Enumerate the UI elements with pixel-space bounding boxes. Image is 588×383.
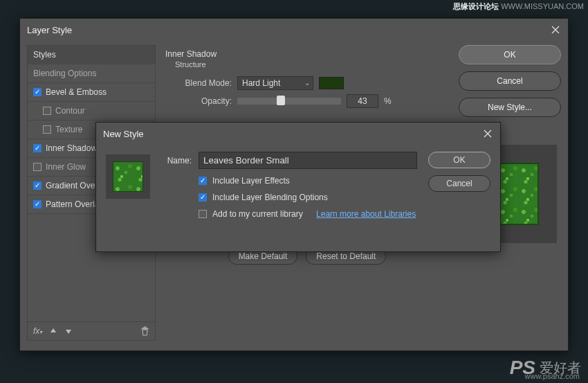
- trash-icon[interactable]: [140, 326, 149, 336]
- new-style-titlebar[interactable]: New Style: [96, 123, 500, 145]
- styles-header[interactable]: Styles: [28, 46, 155, 64]
- chevron-down-icon: ⌄: [304, 79, 310, 87]
- watermark-bottom: PS 爱好者 www.psahz.com: [510, 357, 581, 379]
- layer-style-titlebar[interactable]: Layer Style: [20, 19, 568, 41]
- cancel-button[interactable]: Cancel: [459, 71, 561, 91]
- settings-section-title: Inner Shadow: [165, 49, 449, 59]
- contour-row[interactable]: Contour: [28, 102, 155, 121]
- layer-style-title: Layer Style: [27, 25, 72, 35]
- add-library-label: Add to my current library: [212, 209, 303, 219]
- blend-mode-label: Blend Mode:: [165, 78, 232, 88]
- styles-list-footer: fx▾: [28, 321, 155, 340]
- new-style-thumbnail: [106, 154, 150, 199]
- contour-checkbox[interactable]: [43, 107, 51, 115]
- fx-icon[interactable]: fx▾: [33, 326, 42, 336]
- shadow-color-swatch[interactable]: [319, 77, 344, 89]
- watermark-top: 思缘设计论坛 WWW.MISSYUAN.COM: [453, 1, 584, 12]
- close-icon[interactable]: [482, 128, 493, 139]
- include-effects-checkbox[interactable]: [199, 177, 207, 185]
- structure-heading: Structure: [165, 60, 449, 69]
- opacity-slider[interactable]: [237, 98, 341, 105]
- gradient-overlay-checkbox[interactable]: [33, 181, 42, 190]
- bevel-checkbox[interactable]: [33, 88, 42, 96]
- pattern-overlay-checkbox[interactable]: [33, 200, 42, 208]
- add-library-checkbox[interactable]: [199, 210, 207, 218]
- new-style-ok-button[interactable]: OK: [428, 152, 490, 168]
- opacity-unit: %: [384, 96, 392, 106]
- watermark-top-cn: 思缘设计论坛: [453, 2, 499, 10]
- move-down-icon[interactable]: [64, 327, 73, 335]
- ok-button[interactable]: OK: [459, 45, 561, 64]
- name-label: Name:: [161, 156, 192, 166]
- inner-glow-checkbox[interactable]: [33, 163, 42, 171]
- move-up-icon[interactable]: [49, 327, 57, 335]
- new-style-cancel-button[interactable]: Cancel: [428, 175, 490, 192]
- include-blending-checkbox[interactable]: [199, 193, 207, 202]
- style-name-input[interactable]: [199, 152, 417, 169]
- close-icon[interactable]: [550, 24, 561, 35]
- new-style-button[interactable]: New Style...: [459, 98, 561, 117]
- learn-more-link[interactable]: Learn more about Libraries: [316, 209, 416, 219]
- blending-options-row[interactable]: Blending Options: [28, 64, 155, 83]
- bevel-emboss-row[interactable]: Bevel & Emboss: [28, 83, 155, 102]
- texture-checkbox[interactable]: [43, 125, 51, 134]
- new-style-dialog: New Style Name: Include Layer Effects In…: [95, 122, 501, 252]
- include-blending-label: Include Layer Blending Options: [212, 193, 328, 202]
- new-style-title: New Style: [103, 129, 144, 139]
- inner-shadow-checkbox[interactable]: [33, 144, 42, 152]
- blend-mode-select[interactable]: Hard Light⌄: [237, 76, 313, 90]
- opacity-label: Opacity:: [165, 96, 232, 106]
- opacity-value[interactable]: 43: [347, 94, 378, 108]
- include-effects-label: Include Layer Effects: [212, 176, 290, 186]
- watermark-top-url: WWW.MISSYUAN.COM: [501, 2, 584, 10]
- watermark-bot-url: www.psahz.com: [525, 372, 580, 380]
